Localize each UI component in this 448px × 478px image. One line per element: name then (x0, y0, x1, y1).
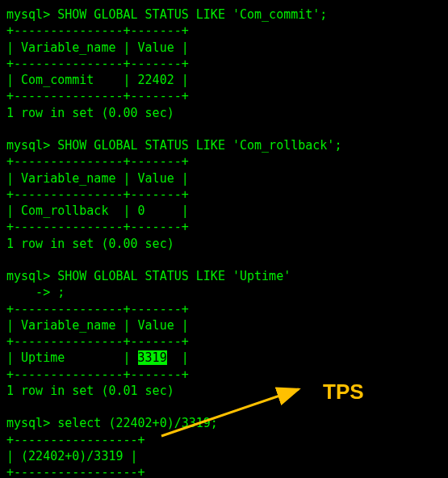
table-header: | (22402+0)/3319 | (6, 448, 442, 464)
result-footer: 1 row in set (0.00 sec) (6, 236, 442, 252)
value-uptime: 3319 (138, 350, 167, 365)
table-border: +---------------+-------+ (6, 56, 442, 72)
prompt-line[interactable]: mysql> SHOW GLOBAL STATUS LIKE 'Com_roll… (6, 137, 442, 153)
table-border: +---------------+-------+ (6, 187, 442, 203)
sql-command: SHOW GLOBAL STATUS LIKE 'Com_rollback'; (57, 138, 341, 153)
table-border: +-----------------+ (6, 464, 442, 478)
value-com-commit: 22402 (138, 73, 174, 87)
table-border: +-----------------+ (6, 432, 442, 448)
table-border: +---------------+-------+ (6, 333, 442, 350)
continuation-prompt: -> (6, 285, 50, 300)
table-header: | Variable_name | Value | (6, 317, 442, 333)
mysql-prompt: mysql> (6, 7, 50, 22)
table-border: +---------------+-------+ (6, 153, 442, 170)
table-row: | Uptime | 3319 | (6, 350, 442, 366)
query-block-tps-calc: mysql> select (22402+0)/3319; +---------… (6, 415, 442, 478)
table-header: | Variable_name | Value | (6, 40, 442, 56)
blank-line (6, 121, 442, 137)
prompt-line[interactable]: mysql> select (22402+0)/3319; (6, 415, 442, 431)
table-border: +---------------+-------+ (6, 88, 442, 104)
prompt-line[interactable]: mysql> SHOW GLOBAL STATUS LIKE 'Uptime' (6, 268, 442, 284)
value-com-rollback: 0 (138, 203, 145, 218)
blank-line (6, 252, 442, 268)
query-block-com-rollback: mysql> SHOW GLOBAL STATUS LIKE 'Com_roll… (6, 137, 442, 252)
continuation-line[interactable]: -> ; (6, 284, 442, 300)
result-footer: 1 row in set (0.01 sec) (6, 383, 442, 399)
table-border: +---------------+-------+ (6, 367, 442, 383)
table-header: | Variable_name | Value | (6, 170, 442, 187)
table-border: +---------------+-------+ (6, 301, 442, 317)
mysql-prompt: mysql> (6, 416, 50, 430)
result-footer: 1 row in set (0.00 sec) (6, 105, 442, 121)
table-row: | Com_commit | 22402 | (6, 72, 442, 88)
mysql-prompt: mysql> (6, 269, 50, 283)
prompt-line[interactable]: mysql> SHOW GLOBAL STATUS LIKE 'Com_comm… (6, 6, 442, 23)
sql-command-cont: ; (57, 285, 65, 300)
query-block-com-commit: mysql> SHOW GLOBAL STATUS LIKE 'Com_comm… (6, 6, 442, 121)
table-row: | Com_rollback | 0 | (6, 203, 442, 219)
sql-command: SHOW GLOBAL STATUS LIKE 'Com_commit'; (57, 7, 327, 22)
table-border: +---------------+-------+ (6, 219, 442, 235)
sql-command: SHOW GLOBAL STATUS LIKE 'Uptime' (57, 269, 291, 283)
blank-line (6, 399, 442, 415)
annotation-tps-label: TPS (323, 378, 364, 406)
query-block-uptime: mysql> SHOW GLOBAL STATUS LIKE 'Uptime' … (6, 268, 442, 399)
table-border: +---------------+-------+ (6, 23, 442, 39)
mysql-prompt: mysql> (6, 138, 50, 153)
sql-command: select (22402+0)/3319; (57, 416, 218, 430)
